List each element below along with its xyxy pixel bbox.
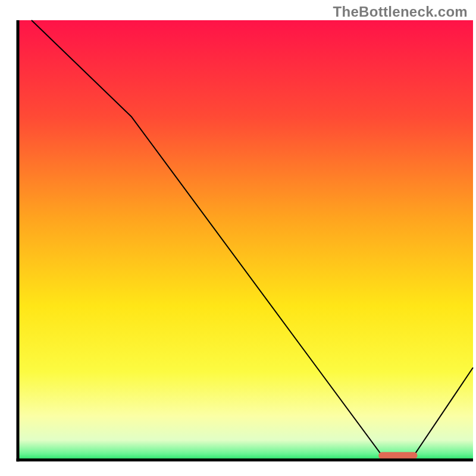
watermark-text: TheBottleneck.com	[333, 4, 468, 20]
chart-container: TheBottleneck.com	[0, 0, 476, 476]
chart-svg	[0, 0, 476, 476]
chart-background	[18, 20, 473, 460]
